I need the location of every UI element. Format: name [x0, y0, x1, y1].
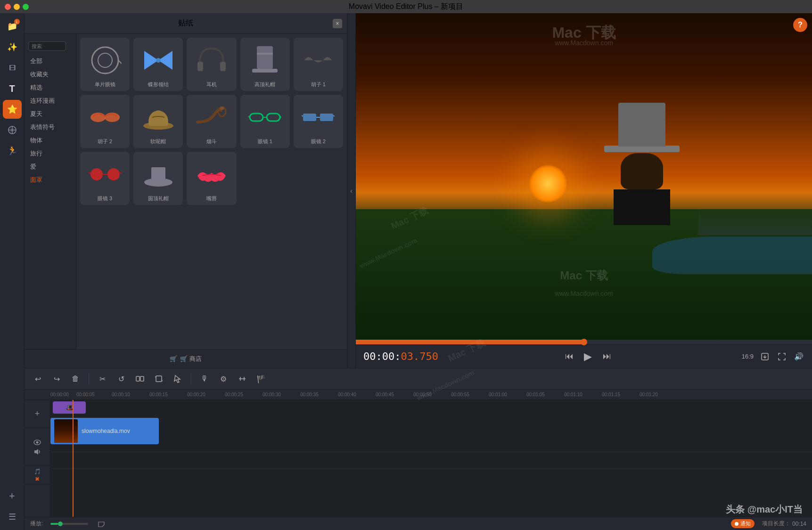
sticker-bowtie[interactable]: 蝶形领结	[133, 38, 183, 91]
body	[614, 189, 670, 226]
category-emoji[interactable]: 表情符号	[25, 121, 76, 134]
eye-icon[interactable]	[33, 439, 41, 446]
sticker-mustache2[interactable]: 胡子 2	[80, 95, 130, 148]
playhead[interactable]	[73, 400, 74, 517]
sticker-pipe[interactable]: 烟斗	[187, 95, 236, 148]
category-travel[interactable]: 旅行	[25, 147, 76, 160]
category-all[interactable]: 全部	[25, 55, 76, 68]
category-cartoon[interactable]: 连环漫画	[25, 94, 76, 107]
svg-rect-19	[250, 114, 263, 121]
playback-slider[interactable]	[50, 523, 88, 525]
cut-icon: ✂	[99, 375, 106, 383]
redo-button[interactable]: ↪	[49, 371, 64, 386]
sticker-tophat2[interactable]: 圆顶礼帽	[133, 152, 183, 205]
toolbar-effects-btn[interactable]: ✨	[3, 38, 22, 57]
sticker-track-clip[interactable]: 🎩	[53, 401, 86, 414]
cursor-select-btn[interactable]	[170, 371, 185, 386]
sticker-glasses1[interactable]: 眼镜 1	[240, 95, 290, 148]
svg-rect-37	[136, 376, 139, 381]
svg-rect-25	[320, 114, 333, 121]
playback-label: 播放:	[30, 520, 43, 528]
delete-button[interactable]: 🗑	[68, 371, 83, 386]
video-clip[interactable]: slowmoheadla.mov	[50, 418, 159, 444]
sticker-headphones[interactable]: 耳机	[187, 38, 236, 91]
preview-area: Mac 下载 www.Macdown.com Mac 下载 www.Macdow…	[356, 13, 812, 368]
panel-collapse-button[interactable]: ‹	[347, 13, 356, 368]
play-button[interactable]: ▶	[582, 350, 595, 363]
crop-button[interactable]	[151, 371, 166, 386]
rotate-button[interactable]: ↺	[114, 371, 129, 386]
next-frame-button[interactable]: ⏭	[600, 350, 614, 363]
svg-rect-10	[220, 62, 226, 71]
toolbar-motion-btn[interactable]	[3, 121, 22, 139]
sticker-tophat[interactable]: 高顶礼帽	[240, 38, 290, 91]
track-labels: + 🎵 ✖	[25, 400, 50, 517]
svg-line-33	[120, 172, 122, 173]
svg-rect-13	[257, 53, 273, 55]
notification-button[interactable]: 通知	[731, 519, 755, 528]
sticker-grid-container[interactable]: 单片眼镜 蝶形领结	[76, 34, 347, 349]
sticker-glasses2[interactable]: 眼镜 2	[294, 95, 343, 148]
flag-button[interactable]: 🏴	[254, 371, 269, 386]
clip-filename: slowmoheadla.mov	[82, 428, 130, 434]
sticker-mustache1-label: 胡子 1	[311, 81, 326, 88]
prev-frame-button[interactable]: ⏮	[563, 350, 576, 363]
music-track-empty	[50, 468, 812, 482]
toolbar-menu-btn[interactable]: ☰	[3, 507, 22, 526]
category-face[interactable]: 面罩	[25, 173, 76, 187]
toolbar-stickers-btn[interactable]: ⭐	[3, 100, 22, 119]
category-selected[interactable]: 精选	[25, 81, 76, 94]
toolbar-titles-btn[interactable]: T	[3, 79, 22, 98]
menu-icon: ☰	[8, 512, 16, 522]
category-summer[interactable]: 夏天	[25, 107, 76, 121]
undo-button[interactable]: ↩	[30, 371, 45, 386]
maximize-window-button[interactable]	[23, 4, 29, 10]
sticker-categories: 全部 收藏夹 精选 连环漫画 夏天 表情符号 物体 旅行 爱 面罩	[25, 34, 76, 349]
settings-button[interactable]: ⚙	[216, 371, 231, 386]
close-window-button[interactable]	[5, 4, 11, 10]
help-button[interactable]: ?	[793, 18, 807, 32]
sticker-tophat2-icon	[139, 155, 177, 193]
export-icon	[761, 352, 769, 361]
loop-button[interactable]	[96, 518, 107, 530]
category-favorites[interactable]: 收藏夹	[25, 68, 76, 81]
scene-city	[698, 207, 812, 235]
track-label-add[interactable]: +	[25, 400, 50, 428]
category-love[interactable]: 爱	[25, 160, 76, 173]
volume-icon: 🔊	[794, 352, 804, 361]
sticker-search-input[interactable]	[28, 41, 66, 51]
redo-icon: ↪	[54, 375, 60, 383]
cut-button[interactable]: ✂	[95, 371, 110, 386]
sticker-glasses3-label: 眼镜 3	[98, 195, 112, 202]
transport-controls: 00:00:03.750 ⏮ ▶ ⏭ 16:9	[356, 344, 812, 368]
fullscreen-button[interactable]	[776, 351, 787, 362]
progress-bar[interactable]	[356, 340, 812, 344]
split-button[interactable]	[132, 371, 148, 386]
category-objects[interactable]: 物体	[25, 134, 76, 147]
levels-button[interactable]	[235, 371, 250, 386]
sticker-fedora[interactable]: 软呢帽	[133, 95, 183, 148]
sticker-bowtie-label: 蝶形领结	[148, 81, 169, 88]
sticker-mustache1[interactable]: 胡子 1	[294, 38, 343, 91]
record-button[interactable]: 🎙	[197, 371, 212, 386]
sticker-track-row: 🎩	[53, 401, 86, 414]
toolbar-add-btn[interactable]: +	[3, 487, 22, 506]
sticker-panel-close[interactable]: ×	[333, 19, 342, 28]
sticker-glasses3[interactable]: 眼镜 3	[80, 152, 130, 205]
progress-thumb[interactable]	[581, 339, 587, 345]
question-icon: ?	[798, 21, 803, 29]
sticker-monocle[interactable]: 单片眼镜	[80, 38, 130, 91]
toolbar-transitions-btn[interactable]: 🎞	[3, 58, 22, 77]
export-button[interactable]	[759, 351, 771, 362]
sticker-tophat2-label: 圆顶礼帽	[148, 195, 169, 202]
toolbar-import-btn[interactable]: 📁 1	[3, 17, 22, 36]
minimize-window-button[interactable]	[14, 4, 20, 10]
volume-button[interactable]: 🔊	[793, 351, 804, 362]
sticker-lips[interactable]: 嘴唇	[187, 152, 236, 205]
svg-marker-42	[174, 375, 180, 383]
sticker-mustache2-icon	[86, 98, 124, 136]
sticker-store-footer[interactable]: 🛒 🛒 商店	[25, 349, 347, 368]
toolbar-animation-btn[interactable]: 🏃	[3, 141, 22, 160]
speaker-icon[interactable]	[33, 448, 41, 456]
svg-point-8	[156, 58, 161, 63]
